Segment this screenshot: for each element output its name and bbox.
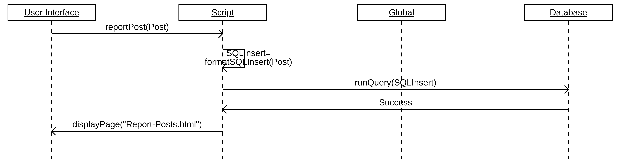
message-label: reportPost(Post) [105,22,169,32]
participant-label-global: Global [389,8,414,17]
participant-label-script: Script [212,8,234,17]
message-label: formatSQLInsert(Post) [205,57,292,67]
participant-label-db: Database [550,8,587,17]
message-label: displayPage("Report-Posts.html") [72,119,202,129]
participant-label-ui: User Interface [24,8,79,17]
sequence-diagram: User InterfaceScriptGlobalDatabasereport… [0,0,644,167]
message-label: runQuery(SQLInsert) [355,78,436,87]
message-label: Success [379,98,412,107]
message-label: SQLInsert= [226,48,271,58]
